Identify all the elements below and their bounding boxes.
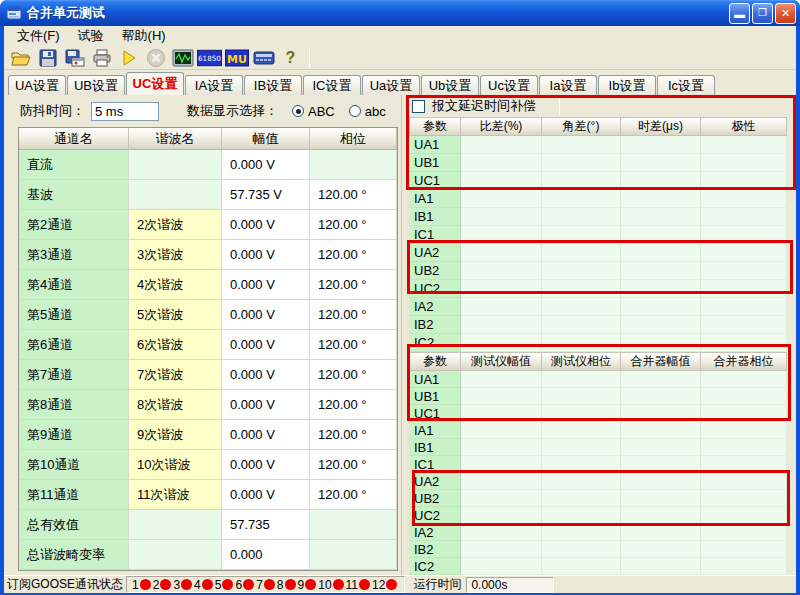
value-cell bbox=[701, 473, 787, 490]
waveform-icon[interactable] bbox=[170, 46, 195, 69]
save-report-icon[interactable] bbox=[62, 46, 87, 69]
tab-UC设置[interactable]: UC设置 bbox=[126, 72, 184, 95]
harmonic-name-cell bbox=[129, 180, 222, 210]
value-cell bbox=[542, 473, 621, 490]
channel-name-cell: 第11通道 bbox=[19, 480, 129, 510]
phase-cell[interactable]: 120.00 ° bbox=[310, 360, 397, 390]
amplitude-cell[interactable]: 0.000 V bbox=[222, 240, 310, 270]
amplitude-cell[interactable]: 0.000 V bbox=[222, 360, 310, 390]
amplitude-cell[interactable]: 57.735 V bbox=[222, 180, 310, 210]
phase-cell[interactable]: 120.00 ° bbox=[310, 210, 397, 240]
print-icon[interactable] bbox=[89, 46, 114, 69]
amplitude-cell[interactable]: 0.000 V bbox=[222, 300, 310, 330]
tab-UB设置[interactable]: UB设置 bbox=[67, 75, 125, 95]
phase-cell[interactable]: 120.00 ° bbox=[310, 450, 397, 480]
amplitude-cell[interactable]: 0.000 bbox=[222, 540, 310, 570]
value-cell bbox=[542, 190, 621, 208]
iec61850-icon[interactable]: 61850 bbox=[197, 46, 222, 69]
amplitude-cell[interactable]: 57.735 bbox=[222, 510, 310, 540]
value-cell bbox=[461, 439, 542, 456]
phase-cell[interactable]: 120.00 ° bbox=[310, 390, 397, 420]
menu-bar: 文件(F) 试验 帮助(H) bbox=[4, 26, 796, 46]
phase-cell[interactable]: 120.00 ° bbox=[310, 180, 397, 210]
table-row: 第6通道6次谐波0.000 V120.00 ° bbox=[19, 330, 397, 360]
amplitude-cell[interactable]: 0.000 V bbox=[222, 390, 310, 420]
close-icon: ✕ bbox=[781, 8, 790, 19]
phase-cell[interactable] bbox=[310, 510, 397, 540]
channel-table-col-header-3: 相位 bbox=[310, 128, 397, 150]
menu-help[interactable]: 帮助(H) bbox=[113, 25, 175, 47]
stop-icon[interactable] bbox=[143, 46, 168, 69]
tab-IA设置[interactable]: IA设置 bbox=[185, 75, 243, 95]
tab-UA设置[interactable]: UA设置 bbox=[8, 75, 66, 95]
value-cell bbox=[461, 190, 542, 208]
tab-IB设置[interactable]: IB设置 bbox=[244, 75, 302, 95]
error-table-row: UB2 bbox=[409, 262, 787, 280]
help-icon[interactable]: ? bbox=[278, 46, 303, 69]
amplitude-cell[interactable]: 0.000 V bbox=[222, 330, 310, 360]
status-bar: 订阅GOOSE通讯状态 123456789101112 运行时间 0.000s bbox=[4, 575, 796, 593]
radio-abc-upper[interactable] bbox=[292, 105, 304, 117]
value-cell bbox=[461, 405, 542, 422]
tab-IC设置[interactable]: IC设置 bbox=[303, 75, 361, 95]
compare-table-row: UC2 bbox=[409, 507, 787, 524]
goose-indicator-5: 5 bbox=[215, 578, 234, 592]
param-cell-UB1: UB1 bbox=[409, 388, 461, 405]
value-cell bbox=[701, 208, 787, 226]
amplitude-cell[interactable]: 0.000 V bbox=[222, 450, 310, 480]
runtime-value: 0.000s bbox=[471, 578, 507, 592]
value-cell bbox=[542, 422, 621, 439]
phase-cell[interactable]: 120.00 ° bbox=[310, 420, 397, 450]
value-cell bbox=[461, 371, 542, 388]
tab-Uc设置[interactable]: Uc设置 bbox=[480, 75, 538, 95]
error-table-body-col-header-3: 时差(μs) bbox=[621, 117, 701, 136]
delay-compensation-checkbox[interactable] bbox=[412, 100, 425, 113]
menu-test[interactable]: 试验 bbox=[69, 25, 113, 47]
phase-cell[interactable]: 120.00 ° bbox=[310, 270, 397, 300]
tab-strip: UA设置UB设置UC设置IA设置IB设置IC设置Ua设置Ub设置Uc设置Ia设置… bbox=[4, 72, 796, 95]
radio-abc-lower[interactable] bbox=[349, 105, 361, 117]
value-cell bbox=[701, 154, 787, 172]
value-cell bbox=[701, 507, 787, 524]
amplitude-cell[interactable]: 0.000 V bbox=[222, 480, 310, 510]
mu-icon[interactable]: MU bbox=[224, 46, 249, 69]
tab-Ia设置[interactable]: Ia设置 bbox=[539, 75, 597, 95]
phase-cell[interactable]: 120.00 ° bbox=[310, 480, 397, 510]
amplitude-cell[interactable]: 0.000 V bbox=[222, 210, 310, 240]
param-cell-UC1: UC1 bbox=[409, 172, 461, 190]
tab-Ub设置[interactable]: Ub设置 bbox=[421, 75, 479, 95]
tab-Ib设置[interactable]: Ib设置 bbox=[598, 75, 656, 95]
amplitude-cell[interactable]: 0.000 V bbox=[222, 270, 310, 300]
minimize-button[interactable]: ▬ bbox=[729, 3, 750, 24]
device-keypad-icon[interactable] bbox=[251, 46, 276, 69]
value-cell bbox=[461, 490, 542, 507]
debounce-input[interactable] bbox=[91, 102, 159, 121]
phase-cell[interactable]: 120.00 ° bbox=[310, 300, 397, 330]
menu-file[interactable]: 文件(F) bbox=[8, 25, 69, 47]
open-icon[interactable] bbox=[8, 46, 33, 69]
amplitude-cell[interactable]: 0.000 V bbox=[222, 150, 310, 180]
goose-indicator-dot bbox=[305, 579, 316, 590]
value-cell bbox=[461, 316, 542, 334]
phase-cell[interactable]: 120.00 ° bbox=[310, 240, 397, 270]
param-cell-IB2: IB2 bbox=[409, 316, 461, 334]
goose-indicator-4: 4 bbox=[194, 578, 213, 592]
save-icon[interactable] bbox=[35, 46, 60, 69]
start-icon[interactable] bbox=[116, 46, 141, 69]
phase-cell[interactable] bbox=[310, 150, 397, 180]
phase-cell[interactable] bbox=[310, 540, 397, 570]
close-button[interactable]: ✕ bbox=[775, 3, 796, 24]
amplitude-cell[interactable]: 0.000 V bbox=[222, 420, 310, 450]
phase-cell[interactable]: 120.00 ° bbox=[310, 330, 397, 360]
maximize-button[interactable]: ❐ bbox=[752, 3, 773, 24]
error-table-row: IA2 bbox=[409, 298, 787, 316]
goose-indicator-6: 6 bbox=[235, 578, 254, 592]
tab-Ua设置[interactable]: Ua设置 bbox=[362, 75, 420, 95]
value-cell bbox=[542, 334, 621, 352]
goose-indicator-dot bbox=[202, 579, 213, 590]
value-cell bbox=[701, 371, 787, 388]
value-cell bbox=[542, 280, 621, 298]
tab-Ic设置[interactable]: Ic设置 bbox=[657, 75, 715, 95]
table-row: 基波57.735 V120.00 ° bbox=[19, 180, 397, 210]
table-row: 直流0.000 V bbox=[19, 150, 397, 180]
